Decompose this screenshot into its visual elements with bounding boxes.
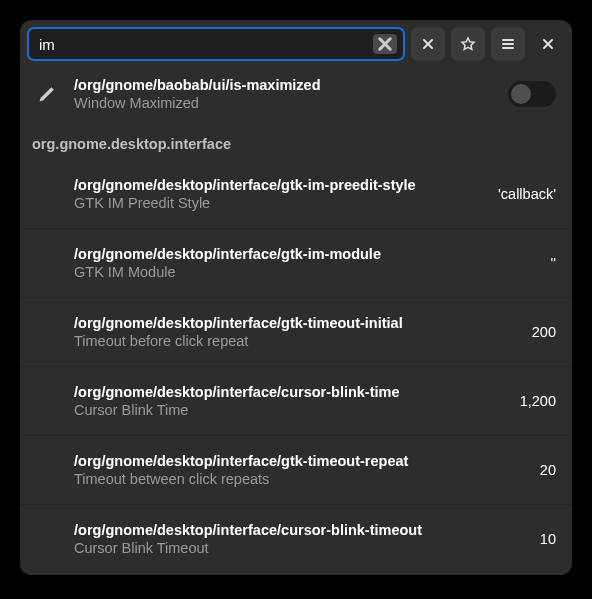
- clear-search-icon[interactable]: [373, 34, 397, 54]
- setting-row[interactable]: /org/gnome/desktop/interface/gtk-im-modu…: [20, 229, 572, 297]
- close-window-button[interactable]: [531, 27, 565, 61]
- group-header: org.gnome.desktop.interface: [20, 124, 572, 160]
- setting-row[interactable]: /org/gnome/desktop/interface/gtk-im-pree…: [20, 160, 572, 228]
- setting-value: 200: [524, 324, 556, 340]
- setting-info: /org/gnome/baobab/ui/is-maximized Window…: [74, 77, 496, 111]
- setting-path: /org/gnome/desktop/interface/gtk-im-modu…: [74, 246, 530, 262]
- setting-desc: Timeout between click repeats: [74, 471, 520, 487]
- setting-info: /org/gnome/desktop/interface/gtk-im-modu…: [74, 246, 530, 280]
- setting-value: '': [542, 255, 556, 271]
- edit-icon: [32, 84, 62, 104]
- setting-info: /org/gnome/desktop/interface/gtk-timeout…: [74, 453, 520, 487]
- setting-path: /org/gnome/desktop/interface/gtk-timeout…: [74, 453, 520, 469]
- close-search-button[interactable]: [411, 27, 445, 61]
- setting-desc: Cursor Blink Time: [74, 402, 500, 418]
- setting-path: /org/gnome/desktop/interface/cursor-blin…: [74, 384, 500, 400]
- menu-button[interactable]: [491, 27, 525, 61]
- setting-path: /org/gnome/desktop/interface/cursor-blin…: [74, 522, 520, 538]
- setting-info: /org/gnome/desktop/interface/cursor-blin…: [74, 522, 520, 556]
- setting-row[interactable]: /org/gnome/desktop/interface/cursor-blin…: [20, 505, 572, 573]
- setting-desc: Timeout before click repeat: [74, 333, 512, 349]
- setting-row[interactable]: /org/gnome/desktop/interface/gtk-timeout…: [20, 298, 572, 366]
- setting-value: 1,200: [512, 393, 556, 409]
- app-window: /org/gnome/baobab/ui/is-maximized Window…: [20, 20, 572, 575]
- setting-desc: Cursor Blink Timeout: [74, 540, 520, 556]
- setting-row[interactable]: /org/gnome/desktop/interface/cursor-blin…: [20, 367, 572, 435]
- setting-desc: GTK IM Module: [74, 264, 530, 280]
- toggle-switch[interactable]: [508, 81, 556, 107]
- bookmark-button[interactable]: [451, 27, 485, 61]
- setting-info: /org/gnome/desktop/interface/gtk-im-pree…: [74, 177, 478, 211]
- setting-path: /org/gnome/desktop/interface/gtk-im-pree…: [74, 177, 478, 193]
- setting-desc: Window Maximized: [74, 95, 496, 111]
- setting-path: /org/gnome/desktop/interface/gtk-timeout…: [74, 315, 512, 331]
- setting-value: 'callback': [490, 186, 556, 202]
- setting-path: /org/gnome/baobab/ui/is-maximized: [74, 77, 496, 93]
- results-list: /org/gnome/baobab/ui/is-maximized Window…: [20, 68, 572, 575]
- search-input[interactable]: [39, 36, 373, 53]
- setting-row[interactable]: /org/gnome/desktop/interface/gtk-timeout…: [20, 436, 572, 504]
- setting-value: 20: [532, 462, 556, 478]
- setting-value: 10: [532, 531, 556, 547]
- headerbar: [20, 20, 572, 68]
- setting-desc: GTK IM Preedit Style: [74, 195, 478, 211]
- setting-info: /org/gnome/desktop/interface/gtk-timeout…: [74, 315, 512, 349]
- search-field-wrap: [27, 27, 405, 61]
- setting-row[interactable]: /org/gnome/baobab/ui/is-maximized Window…: [20, 68, 572, 124]
- setting-info: /org/gnome/desktop/interface/cursor-blin…: [74, 384, 500, 418]
